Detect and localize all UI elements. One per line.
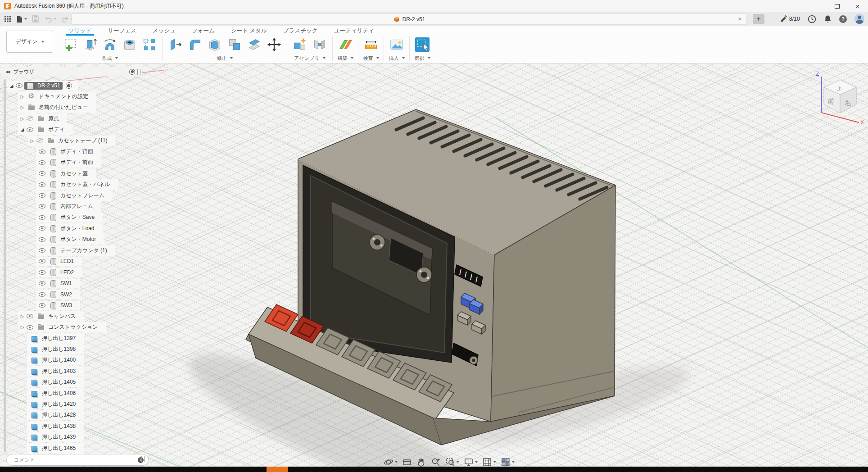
close-button[interactable] [847, 0, 868, 12]
tool-shell[interactable] [205, 35, 224, 54]
visibility-eye-icon[interactable] [38, 170, 46, 177]
tree-row[interactable]: ボディ [7, 124, 118, 135]
visibility-eye-icon[interactable] [38, 269, 46, 276]
tool-new-component[interactable] [290, 35, 309, 54]
group-label-insert[interactable]: 挿入 [389, 54, 405, 62]
tree-row[interactable]: コンストラクション [7, 322, 118, 333]
tree-row[interactable]: ドキュメントの設定 [7, 91, 118, 102]
tree-row[interactable]: DR-2 v51 [7, 80, 118, 91]
tree-row[interactable]: SW3 [7, 300, 118, 311]
taskbar-app-indicator[interactable] [267, 467, 288, 472]
tree-row[interactable]: 押し出し1439 [7, 432, 118, 443]
visibility-eye-icon[interactable] [38, 181, 46, 188]
expand-arrow-icon[interactable] [19, 325, 26, 330]
visibility-eye-icon[interactable] [26, 115, 34, 122]
visibility-eye-icon[interactable] [38, 258, 46, 265]
comment-grip-icon[interactable] [141, 456, 145, 462]
tree-row[interactable]: 押し出し1420 [7, 399, 118, 409]
tool-move[interactable] [265, 35, 284, 54]
document-tab[interactable]: DR-2 v51 [72, 14, 747, 25]
ribbon-tab[interactable]: ユーティリティ [326, 26, 382, 35]
close-tab-icon[interactable] [736, 15, 744, 23]
visibility-eye-icon[interactable] [38, 280, 46, 287]
tree-row[interactable]: テープカウンタ (1) [7, 245, 118, 256]
tree-row[interactable]: カセット蓋・パネル [7, 179, 118, 190]
visibility-eye-icon[interactable] [36, 137, 44, 144]
workspace-selector[interactable]: デザイン [6, 31, 53, 53]
ribbon-tab[interactable]: ソリッド [60, 26, 99, 35]
tree-row[interactable]: ボタン・Motor [7, 234, 118, 245]
visibility-eye-icon[interactable] [38, 192, 46, 199]
group-label-modify[interactable]: 修正 [217, 54, 233, 62]
tool-joint[interactable] [310, 35, 329, 54]
tree-row[interactable]: 押し出し1397 [7, 333, 118, 344]
tool-construct-plane[interactable] [336, 35, 355, 54]
visibility-eye-icon[interactable] [38, 214, 46, 221]
group-label-construct[interactable]: 構築 [338, 54, 353, 62]
tree-row[interactable]: ボタン・Load [7, 223, 118, 234]
tree-row[interactable]: カセットテープ (11) [7, 135, 118, 146]
ribbon-tab[interactable]: シート メタル [223, 26, 275, 35]
view-cube[interactable]: Z X 上 前 右 [810, 68, 868, 125]
group-label-inspect[interactable]: 検査 [363, 54, 379, 62]
visibility-eye-icon[interactable] [15, 82, 23, 89]
expand-arrow-icon[interactable] [19, 314, 26, 319]
ribbon-tab[interactable]: サーフェス [99, 26, 145, 35]
expand-arrow-icon[interactable] [29, 138, 36, 143]
tree-row[interactable]: 押し出し1465 [7, 443, 118, 454]
tree-row[interactable]: 押し出し1400 [7, 355, 118, 366]
expand-arrow-icon[interactable] [19, 105, 26, 110]
tool-press-pull[interactable] [166, 35, 185, 54]
tool-combine[interactable] [225, 35, 244, 54]
visibility-eye-icon[interactable] [38, 159, 46, 166]
undo-icon[interactable] [43, 15, 58, 23]
tool-fillet[interactable] [185, 35, 204, 54]
save-icon[interactable] [31, 14, 41, 23]
notifications-bell-icon[interactable] [824, 15, 832, 23]
expand-arrow-icon[interactable] [19, 127, 26, 132]
visibility-eye-icon[interactable] [38, 302, 46, 309]
visibility-eye-icon[interactable] [38, 148, 46, 155]
tool-hole[interactable] [120, 35, 139, 54]
visibility-eye-icon[interactable] [26, 313, 34, 320]
tree-row[interactable]: LED1 [7, 256, 118, 267]
tool-insert-image[interactable] [387, 35, 406, 54]
tree-row[interactable]: 押し出し1428 [7, 410, 118, 421]
tree-row[interactable]: 押し出し1405 [7, 377, 118, 388]
tool-select[interactable] [413, 35, 432, 54]
tree-row[interactable]: 名前の付いたビュー [7, 102, 118, 113]
activate-radio-icon[interactable] [66, 82, 72, 89]
ribbon-tab[interactable]: プラスチック [275, 26, 326, 35]
app-grid-icon[interactable] [3, 14, 13, 23]
browser-header[interactable]: ブラウザ [1, 67, 142, 77]
tree-row[interactable]: ボディ・前面 [7, 157, 118, 168]
tree-row[interactable]: 内部フレーム [7, 201, 118, 212]
avatar[interactable] [854, 14, 864, 24]
expand-arrow-icon[interactable] [19, 94, 26, 99]
ribbon-tab[interactable]: メッシュ [145, 26, 184, 35]
tree-row[interactable]: 押し出し1398 [7, 344, 118, 354]
tree-row[interactable]: SW2 [7, 289, 118, 300]
tool-measure[interactable] [362, 35, 380, 54]
tool-revolve[interactable] [100, 35, 119, 54]
tree-row[interactable]: 押し出し1406 [7, 388, 118, 399]
visibility-eye-icon[interactable] [38, 225, 46, 232]
tree-row[interactable]: ボディ・背面 [7, 146, 118, 157]
expand-arrow-icon[interactable] [8, 83, 15, 88]
tree-row[interactable]: SW1 [7, 278, 118, 289]
maximize-button[interactable] [827, 0, 847, 12]
tree-row[interactable]: LED2 [7, 267, 118, 278]
file-menu-icon[interactable] [15, 14, 28, 24]
tree-row[interactable]: 押し出し1438 [7, 421, 118, 431]
collapse-panel-icon[interactable] [5, 70, 9, 74]
tree-row[interactable]: キャンバス [7, 311, 118, 322]
tree-row[interactable]: カセットフレーム [7, 190, 118, 201]
tree-row[interactable]: ボタン・Save [7, 212, 118, 223]
visibility-eye-icon[interactable] [26, 324, 34, 331]
clock-icon[interactable] [808, 15, 816, 23]
save-progress[interactable]: 8/10 [780, 15, 800, 23]
help-icon[interactable] [839, 15, 847, 23]
group-label-select[interactable]: 選択 [415, 54, 430, 62]
visibility-eye-icon[interactable] [38, 247, 46, 254]
tool-pattern[interactable] [140, 35, 159, 54]
